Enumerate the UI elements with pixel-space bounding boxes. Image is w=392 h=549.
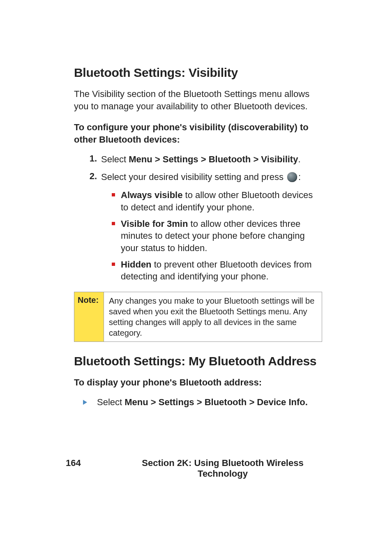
note-label-cell: Note: xyxy=(74,292,104,341)
step-bold: Menu > Settings > Bluetooth > Visibility xyxy=(129,154,298,164)
step-suffix: . xyxy=(298,154,300,164)
bullet-text: Always visible to allow other Bluetooth … xyxy=(121,189,322,213)
note-label: Note: xyxy=(78,295,100,305)
arrow-prefix: Select xyxy=(97,397,125,407)
bullet-text: Visible for 3min to allow other devices … xyxy=(121,218,322,254)
heading-bt-address: Bluetooth Settings: My Bluetooth Address xyxy=(74,354,322,368)
square-bullet-icon xyxy=(112,263,115,266)
bullet-hidden: Hidden to prevent other Bluetooth device… xyxy=(112,258,322,283)
step-2: 2. Select your desired visibility settin… xyxy=(83,171,322,183)
page-footer: 164 Section 2K: Using Bluetooth Wireless… xyxy=(0,458,392,479)
page-number: 164 xyxy=(66,458,123,468)
bullet-bold: Hidden xyxy=(121,259,152,270)
step-1: 1. Select Menu > Settings > Bluetooth > … xyxy=(83,153,322,166)
bullet-bold: Always visible xyxy=(121,190,182,200)
intro-paragraph: The Visibility section of the Bluetooth … xyxy=(74,88,322,112)
footer-title: Section 2K: Using Bluetooth Wireless Tec… xyxy=(123,458,322,479)
step-text: Select Menu > Settings > Bluetooth > Vis… xyxy=(101,153,322,166)
square-bullet-icon xyxy=(112,222,115,225)
arrow-bold: Menu > Settings > Bluetooth > Device Inf… xyxy=(125,397,308,407)
arrow-bullet-text: Select Menu > Settings > Bluetooth > Dev… xyxy=(97,396,308,408)
step-text: Select your desired visibility setting a… xyxy=(101,171,322,183)
step-prefix: Select your desired visibility setting a… xyxy=(101,172,286,182)
document-page: Bluetooth Settings: Visibility The Visib… xyxy=(0,0,392,549)
subheading-display-address: To display your phone's Bluetooth addres… xyxy=(74,376,322,389)
bullet-always-visible: Always visible to allow other Bluetooth … xyxy=(112,189,322,213)
note-text: Any changes you make to your Bluetooth s… xyxy=(109,295,317,338)
square-bullet-icon xyxy=(112,193,115,196)
bullet-visible-3min: Visible for 3min to allow other devices … xyxy=(112,218,322,254)
step-number: 1. xyxy=(83,153,97,164)
heading-visibility: Bluetooth Settings: Visibility xyxy=(74,66,322,80)
ok-button-icon xyxy=(287,172,297,182)
step-number: 2. xyxy=(83,171,97,182)
note-box: Note: Any changes you make to your Bluet… xyxy=(74,292,322,342)
arrow-bullet-row: Select Menu > Settings > Bluetooth > Dev… xyxy=(83,396,322,408)
note-text-cell: Any changes you make to your Bluetooth s… xyxy=(104,292,322,341)
bullet-text: Hidden to prevent other Bluetooth device… xyxy=(121,258,322,283)
subheading-configure: To configure your phone's visibility (di… xyxy=(74,121,322,145)
arrow-bullet-icon xyxy=(83,400,87,405)
step-prefix: Select xyxy=(101,154,129,164)
bullet-bold: Visible for 3min xyxy=(121,219,188,229)
step-suffix: : xyxy=(298,172,301,182)
